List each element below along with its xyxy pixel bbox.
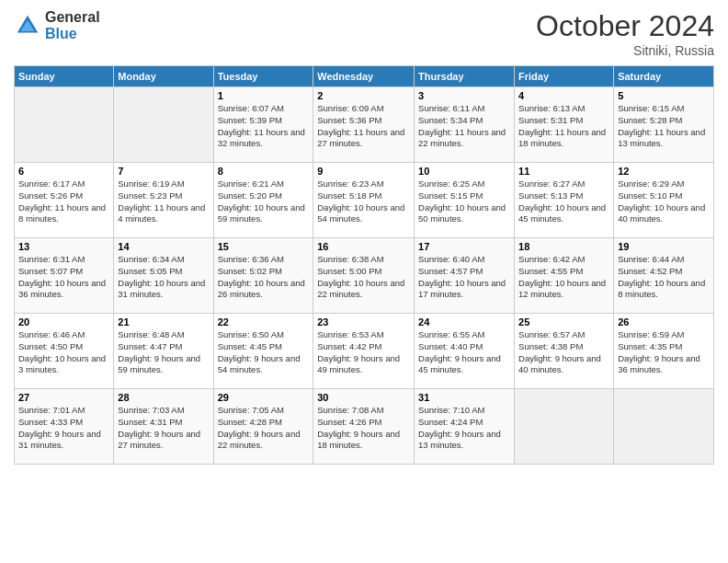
day-cell: 14Sunrise: 6:34 AMSunset: 5:05 PMDayligh… bbox=[114, 238, 213, 314]
day-info: Sunrise: 6:23 AMSunset: 5:18 PMDaylight:… bbox=[317, 178, 404, 224]
day-info: Sunrise: 6:40 AMSunset: 4:57 PMDaylight:… bbox=[418, 254, 506, 299]
day-number: 5 bbox=[618, 90, 710, 101]
day-number: 2 bbox=[317, 90, 410, 101]
weekday-header-thursday: Thursday bbox=[415, 66, 515, 87]
day-info: Sunrise: 6:36 AMSunset: 5:02 PMDaylight:… bbox=[218, 254, 305, 299]
day-number: 22 bbox=[218, 316, 310, 327]
month-title: October 2024 bbox=[536, 9, 714, 43]
day-number: 19 bbox=[618, 241, 710, 252]
day-cell: 7Sunrise: 6:19 AMSunset: 5:23 PMDaylight… bbox=[114, 163, 213, 238]
weekday-header-wednesday: Wednesday bbox=[313, 66, 415, 87]
week-row-5: 27Sunrise: 7:01 AMSunset: 4:33 PMDayligh… bbox=[15, 389, 714, 465]
day-number: 25 bbox=[518, 316, 609, 327]
day-cell: 8Sunrise: 6:21 AMSunset: 5:20 PMDaylight… bbox=[213, 163, 313, 238]
day-info: Sunrise: 7:01 AMSunset: 4:33 PMDaylight:… bbox=[18, 405, 101, 450]
day-info: Sunrise: 6:48 AMSunset: 4:47 PMDaylight:… bbox=[118, 329, 200, 374]
day-cell: 2Sunrise: 6:09 AMSunset: 5:36 PMDaylight… bbox=[313, 87, 415, 163]
day-cell: 1Sunrise: 6:07 AMSunset: 5:39 PMDaylight… bbox=[213, 87, 313, 163]
day-number: 30 bbox=[317, 392, 410, 403]
day-cell: 17Sunrise: 6:40 AMSunset: 4:57 PMDayligh… bbox=[415, 238, 515, 314]
day-info: Sunrise: 7:08 AMSunset: 4:26 PMDaylight:… bbox=[317, 405, 400, 450]
day-info: Sunrise: 6:42 AMSunset: 4:55 PMDaylight:… bbox=[518, 254, 606, 299]
day-info: Sunrise: 6:07 AMSunset: 5:39 PMDaylight:… bbox=[218, 103, 305, 148]
day-number: 28 bbox=[118, 392, 209, 403]
day-number: 26 bbox=[618, 316, 710, 327]
location: Sitniki, Russia bbox=[536, 43, 714, 58]
day-info: Sunrise: 6:09 AMSunset: 5:36 PMDaylight:… bbox=[317, 103, 404, 148]
day-cell: 18Sunrise: 6:42 AMSunset: 4:55 PMDayligh… bbox=[515, 238, 614, 314]
logo: General Blue bbox=[14, 9, 100, 41]
day-cell bbox=[614, 389, 714, 465]
day-cell: 5Sunrise: 6:15 AMSunset: 5:28 PMDaylight… bbox=[614, 87, 714, 163]
logo-blue: Blue bbox=[45, 26, 100, 42]
day-cell: 12Sunrise: 6:29 AMSunset: 5:10 PMDayligh… bbox=[614, 163, 714, 238]
week-row-2: 6Sunrise: 6:17 AMSunset: 5:26 PMDaylight… bbox=[15, 163, 714, 238]
day-info: Sunrise: 6:44 AMSunset: 4:52 PMDaylight:… bbox=[618, 254, 705, 299]
day-number: 31 bbox=[418, 392, 510, 403]
day-info: Sunrise: 6:50 AMSunset: 4:45 PMDaylight:… bbox=[218, 329, 301, 374]
day-number: 17 bbox=[418, 241, 510, 252]
header: General Blue October 2024 Sitniki, Russi… bbox=[14, 9, 714, 58]
day-cell: 11Sunrise: 6:27 AMSunset: 5:13 PMDayligh… bbox=[515, 163, 614, 238]
day-number: 18 bbox=[518, 241, 609, 252]
day-number: 4 bbox=[518, 90, 609, 101]
day-cell: 23Sunrise: 6:53 AMSunset: 4:42 PMDayligh… bbox=[313, 314, 415, 389]
day-number: 15 bbox=[218, 241, 310, 252]
day-number: 14 bbox=[118, 241, 209, 252]
day-cell: 4Sunrise: 6:13 AMSunset: 5:31 PMDaylight… bbox=[515, 87, 614, 163]
day-info: Sunrise: 6:11 AMSunset: 5:34 PMDaylight:… bbox=[418, 103, 506, 148]
day-info: Sunrise: 6:27 AMSunset: 5:13 PMDaylight:… bbox=[518, 178, 606, 224]
day-cell: 15Sunrise: 6:36 AMSunset: 5:02 PMDayligh… bbox=[213, 238, 313, 314]
day-cell: 3Sunrise: 6:11 AMSunset: 5:34 PMDaylight… bbox=[415, 87, 515, 163]
day-cell: 28Sunrise: 7:03 AMSunset: 4:31 PMDayligh… bbox=[114, 389, 213, 465]
day-info: Sunrise: 6:53 AMSunset: 4:42 PMDaylight:… bbox=[317, 329, 400, 374]
day-info: Sunrise: 6:46 AMSunset: 4:50 PMDaylight:… bbox=[18, 329, 106, 374]
day-number: 3 bbox=[418, 90, 510, 101]
day-cell: 29Sunrise: 7:05 AMSunset: 4:28 PMDayligh… bbox=[213, 389, 313, 465]
day-number: 24 bbox=[418, 316, 510, 327]
day-number: 9 bbox=[317, 166, 410, 177]
title-area: October 2024 Sitniki, Russia bbox=[536, 9, 714, 58]
day-cell: 27Sunrise: 7:01 AMSunset: 4:33 PMDayligh… bbox=[15, 389, 114, 465]
day-info: Sunrise: 6:19 AMSunset: 5:23 PMDaylight:… bbox=[118, 178, 205, 224]
weekday-header-monday: Monday bbox=[114, 66, 213, 87]
day-number: 12 bbox=[618, 166, 710, 177]
day-cell: 16Sunrise: 6:38 AMSunset: 5:00 PMDayligh… bbox=[313, 238, 415, 314]
day-cell: 25Sunrise: 6:57 AMSunset: 4:38 PMDayligh… bbox=[515, 314, 614, 389]
day-cell: 26Sunrise: 6:59 AMSunset: 4:35 PMDayligh… bbox=[614, 314, 714, 389]
day-cell bbox=[515, 389, 614, 465]
day-cell bbox=[114, 87, 213, 163]
day-cell: 13Sunrise: 6:31 AMSunset: 5:07 PMDayligh… bbox=[15, 238, 114, 314]
weekday-header-sunday: Sunday bbox=[15, 66, 114, 87]
day-cell: 19Sunrise: 6:44 AMSunset: 4:52 PMDayligh… bbox=[614, 238, 714, 314]
day-info: Sunrise: 7:05 AMSunset: 4:28 PMDaylight:… bbox=[218, 405, 301, 450]
calendar-table: SundayMondayTuesdayWednesdayThursdayFrid… bbox=[14, 65, 714, 465]
day-info: Sunrise: 6:55 AMSunset: 4:40 PMDaylight:… bbox=[418, 329, 501, 374]
day-info: Sunrise: 6:25 AMSunset: 5:15 PMDaylight:… bbox=[418, 178, 506, 224]
day-number: 20 bbox=[18, 316, 109, 327]
weekday-header-friday: Friday bbox=[515, 66, 614, 87]
day-cell: 22Sunrise: 6:50 AMSunset: 4:45 PMDayligh… bbox=[213, 314, 313, 389]
day-number: 10 bbox=[418, 166, 510, 177]
day-cell: 10Sunrise: 6:25 AMSunset: 5:15 PMDayligh… bbox=[415, 163, 515, 238]
day-number: 11 bbox=[518, 166, 609, 177]
weekday-header-row: SundayMondayTuesdayWednesdayThursdayFrid… bbox=[15, 66, 714, 87]
logo-text: General Blue bbox=[45, 9, 100, 41]
day-number: 13 bbox=[18, 241, 109, 252]
day-cell: 24Sunrise: 6:55 AMSunset: 4:40 PMDayligh… bbox=[415, 314, 515, 389]
day-cell: 6Sunrise: 6:17 AMSunset: 5:26 PMDaylight… bbox=[15, 163, 114, 238]
day-cell: 9Sunrise: 6:23 AMSunset: 5:18 PMDaylight… bbox=[313, 163, 415, 238]
week-row-1: 1Sunrise: 6:07 AMSunset: 5:39 PMDaylight… bbox=[15, 87, 714, 163]
logo-general: General bbox=[45, 9, 100, 26]
day-info: Sunrise: 7:10 AMSunset: 4:24 PMDaylight:… bbox=[418, 405, 501, 450]
day-info: Sunrise: 6:57 AMSunset: 4:38 PMDaylight:… bbox=[518, 329, 601, 374]
day-info: Sunrise: 6:38 AMSunset: 5:00 PMDaylight:… bbox=[317, 254, 404, 299]
day-number: 29 bbox=[218, 392, 310, 403]
day-number: 7 bbox=[118, 166, 209, 177]
day-number: 1 bbox=[218, 90, 310, 101]
day-number: 8 bbox=[218, 166, 310, 177]
day-info: Sunrise: 7:03 AMSunset: 4:31 PMDaylight:… bbox=[118, 405, 200, 450]
day-cell bbox=[15, 87, 114, 163]
day-info: Sunrise: 6:15 AMSunset: 5:28 PMDaylight:… bbox=[618, 103, 705, 148]
day-number: 6 bbox=[18, 166, 109, 177]
